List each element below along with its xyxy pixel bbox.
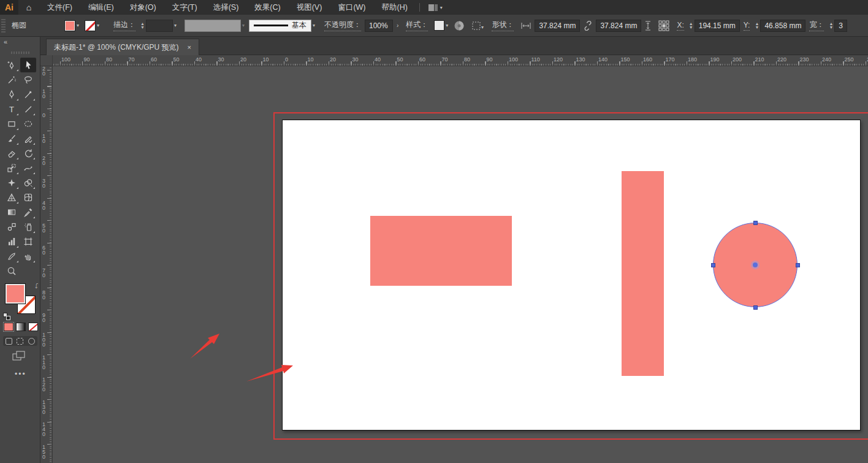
tool-gradient[interactable] [4, 205, 20, 220]
tool-artboard[interactable] [20, 234, 36, 249]
shape-height-input[interactable]: 37.824 mm [596, 20, 641, 32]
shape-width-input[interactable]: 37.824 mm [535, 20, 580, 32]
menu-item-1[interactable]: 编辑(E) [80, 0, 122, 15]
chevron-down-icon[interactable]: ▾ [174, 23, 177, 28]
shape-label[interactable]: 形状： [492, 20, 514, 31]
screen-mode-button[interactable] [12, 351, 26, 364]
workspace-switcher-button[interactable]: ▾ [424, 4, 447, 11]
menu-item-6[interactable]: 视图(V) [289, 0, 330, 15]
tool-eraser[interactable] [4, 146, 20, 161]
chevron-down-icon[interactable]: ▾ [97, 23, 99, 28]
edit-toolbar-button[interactable]: ••• [15, 370, 26, 378]
tool-grid: T [4, 58, 37, 278]
h-ruler-tick-label: 30 [352, 56, 359, 63]
tool-perspective-grid[interactable] [4, 190, 20, 205]
menu-item-3[interactable]: 文字(T) [164, 0, 205, 15]
tool-type[interactable]: T [4, 102, 20, 117]
y-input[interactable]: 46.858 mm [760, 20, 805, 32]
menu-item-5[interactable]: 效果(C) [246, 0, 288, 15]
tool-star[interactable] [4, 175, 20, 190]
width-field-label[interactable]: 宽： [809, 20, 824, 31]
opacity-label[interactable]: 不透明度： [324, 20, 361, 31]
unlink-dimensions-icon[interactable] [584, 21, 592, 31]
tool-eyedropper[interactable] [20, 205, 36, 220]
draw-inside-icon[interactable] [28, 338, 35, 345]
tool-shape-builder[interactable] [20, 175, 36, 190]
align-panel-icon[interactable]: ▾ [472, 21, 484, 31]
tool-zoom[interactable] [4, 264, 20, 278]
home-icon[interactable]: ⌂ [18, 2, 39, 12]
stroke-style-combo[interactable]: 基本 [249, 20, 311, 32]
recolor-artwork-icon[interactable] [454, 20, 465, 31]
h-ruler-tick-label: 220 [777, 56, 786, 63]
ai-logo[interactable]: Ai [0, 0, 18, 15]
tool-ellipse-dotted[interactable] [20, 117, 36, 131]
tool-selection-arrow[interactable] [20, 58, 36, 72]
color-mode-button[interactable] [4, 323, 13, 331]
y-label[interactable]: Y: [744, 21, 750, 31]
tool-pencil-check[interactable] [20, 131, 36, 146]
brush-definition-combo[interactable] [185, 20, 241, 32]
tool-slice[interactable] [4, 249, 20, 264]
tool-wave-warp[interactable] [20, 161, 36, 175]
reference-point-icon[interactable] [658, 20, 669, 31]
draw-normal-icon[interactable] [6, 338, 12, 345]
width-stepper[interactable]: ▲▼ [829, 22, 833, 29]
tool-mesh[interactable] [20, 190, 36, 205]
menu-item-8[interactable]: 帮助(H) [374, 0, 416, 15]
width-input[interactable]: 3 [834, 20, 847, 32]
none-mode-button[interactable] [28, 323, 38, 331]
chevron-down-icon[interactable]: ▾ [313, 23, 315, 28]
canvas[interactable] [53, 66, 868, 463]
stroke-weight-stepper[interactable]: ▲▼ [140, 22, 145, 29]
tool-lasso[interactable] [20, 72, 36, 87]
tool-rectangle[interactable] [4, 117, 20, 131]
draw-behind-icon[interactable] [17, 338, 23, 345]
close-icon[interactable]: × [188, 44, 191, 51]
tool-column-graph[interactable] [4, 234, 20, 249]
stroke-weight-combo[interactable] [146, 20, 173, 32]
horizontal-ruler[interactable]: 1009080706050403020100102030405060708090… [53, 55, 868, 66]
chevron-down-icon[interactable]: ▾ [446, 23, 448, 28]
fill-color-swatch[interactable] [64, 20, 75, 31]
menu-item-4[interactable]: 选择(S) [205, 0, 247, 15]
tool-blend[interactable] [4, 220, 20, 234]
tool-pen[interactable] [4, 87, 20, 102]
x-input[interactable]: 194.15 mm [695, 20, 740, 32]
tool-rotate[interactable] [20, 146, 36, 161]
document-tab[interactable]: 未标题-1* @ 100% (CMYK/GPU 预览) × [46, 39, 199, 55]
opacity-more-icon[interactable]: › [397, 22, 398, 29]
height-dimension-icon [645, 21, 651, 31]
tool-line[interactable] [20, 102, 36, 117]
menu-item-0[interactable]: 文件(F) [39, 0, 80, 15]
tool-brush-pen[interactable] [20, 87, 36, 102]
opacity-input[interactable]: 100% [365, 20, 393, 32]
stroke-color-swatch[interactable] [85, 20, 96, 31]
vertical-ruler[interactable]: 2010010203040506070809010011012013014015… [40, 66, 53, 463]
panel-drag-handle[interactable] [11, 52, 29, 54]
tool-symbol-sprayer[interactable] [20, 220, 36, 234]
tool-pen-star[interactable] [4, 58, 20, 72]
default-fill-stroke-icon[interactable] [3, 313, 10, 320]
tool-scale[interactable] [4, 161, 20, 175]
tool-magic-wand[interactable] [4, 72, 20, 87]
collapse-panel-button[interactable]: « [4, 38, 7, 45]
x-label[interactable]: X: [677, 21, 683, 31]
x-stepper[interactable]: ▲▼ [689, 22, 693, 29]
style-swatch[interactable] [434, 20, 444, 31]
menu-item-7[interactable]: 窗口(W) [330, 0, 373, 15]
menu-item-2[interactable]: 对象(O) [122, 0, 164, 15]
gradient-mode-button[interactable] [16, 323, 26, 331]
y-stepper[interactable]: ▲▼ [755, 22, 759, 29]
h-ruler-tick-label: 50 [397, 56, 403, 63]
ruler-origin-corner[interactable] [40, 55, 53, 66]
chevron-down-icon[interactable]: ▾ [77, 23, 79, 28]
tool-paintbrush[interactable] [4, 131, 20, 146]
fill-proxy[interactable] [5, 283, 26, 304]
panel-grip[interactable] [1, 19, 6, 33]
style-label[interactable]: 样式： [406, 20, 428, 31]
swap-fill-stroke-icon[interactable]: ⤵ [35, 282, 39, 289]
tool-hand[interactable] [20, 249, 36, 264]
stroke-weight-label[interactable]: 描边： [113, 20, 135, 31]
stroke-style-value: 基本 [292, 20, 306, 31]
